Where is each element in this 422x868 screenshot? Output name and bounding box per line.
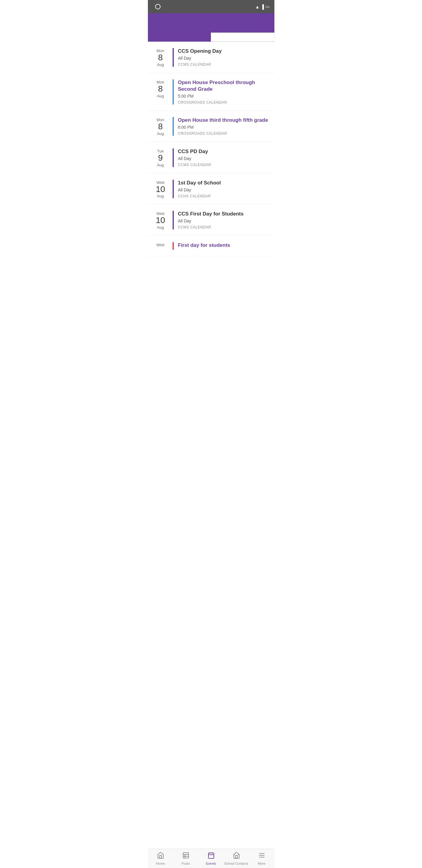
event-calendar: CCMS CALENDAR <box>178 163 269 167</box>
school-contacts-label: School Contacts <box>224 862 248 865</box>
event-color-bar <box>172 180 174 198</box>
event-calendar: CROSSROADS CALENDAR <box>178 131 269 135</box>
event-calendar: CCMS CALENDAR <box>178 62 269 67</box>
home-label: Home <box>156 862 165 865</box>
event-color-bar <box>172 79 174 104</box>
event-item[interactable]: Wed10AugCCS First Day for StudentsAll Da… <box>148 205 274 236</box>
event-color-bar <box>172 148 174 167</box>
status-bar: ▲ ▐ ▭ <box>148 0 274 13</box>
event-content: Open House third through fifth grade6:00… <box>178 117 269 136</box>
posts-icon <box>182 852 190 861</box>
event-title: Open House Preschool through Second Grad… <box>178 79 269 93</box>
event-calendar: CCMS CALENDAR <box>178 225 269 229</box>
wifi-icon: ▲ <box>255 4 260 9</box>
svg-rect-0 <box>183 852 189 858</box>
event-content: CCS First Day for StudentsAll DayCCMS CA… <box>178 211 269 230</box>
event-time: 6:00 PM <box>178 125 269 130</box>
more-label: More <box>258 862 265 865</box>
signal-icon: ▐ <box>261 4 264 9</box>
events-list: Mon8AugCCS Opening DayAll DayCCMS CALEND… <box>148 42 274 854</box>
event-item[interactable]: Mon8AugCCS Opening DayAll DayCCMS CALEND… <box>148 42 274 73</box>
tab-upcoming-events[interactable] <box>148 33 211 41</box>
event-content: Open House Preschool through Second Grad… <box>178 79 269 104</box>
event-content: First day for students <box>178 242 269 250</box>
event-date: Wed <box>153 242 168 250</box>
event-content: CCS PD DayAll DayCCMS CALENDAR <box>178 148 269 167</box>
status-icon-circle <box>155 4 161 9</box>
event-item[interactable]: Tue9AugCCS PD DayAll DayCCMS CALENDAR <box>148 142 274 174</box>
nav-item-more[interactable]: More <box>249 849 274 868</box>
event-calendar: CROSSROADS CALENDAR <box>178 100 269 104</box>
nav-item-events[interactable]: Events <box>198 849 224 868</box>
event-time: 5:00 PM <box>178 94 269 98</box>
nav-item-school-contacts[interactable]: School Contacts <box>224 849 249 868</box>
event-time: All Day <box>178 187 269 192</box>
event-title: 1st Day of School <box>178 180 269 186</box>
events-icon <box>207 852 215 861</box>
event-date: Wed10Aug <box>153 211 168 230</box>
home-icon <box>157 852 164 861</box>
event-title: CCS PD Day <box>178 148 269 155</box>
svg-rect-4 <box>208 853 214 858</box>
event-content: CCS Opening DayAll DayCCMS CALENDAR <box>178 48 269 67</box>
tab-bar <box>148 33 274 42</box>
bottom-nav: Home Posts Events School Contacts More <box>148 849 274 868</box>
event-title: CCS Opening Day <box>178 48 269 55</box>
events-label: Events <box>206 862 216 865</box>
event-time: All Day <box>178 218 269 223</box>
tab-past-events[interactable] <box>211 33 274 41</box>
event-date: Mon8Aug <box>153 117 168 136</box>
event-date: Mon8Aug <box>153 48 168 67</box>
event-item[interactable]: Wed10Aug1st Day of SchoolAll DayCCHS CAL… <box>148 174 274 205</box>
event-calendar: CCHS CALENDAR <box>178 194 269 198</box>
event-color-bar <box>172 211 174 230</box>
event-color-bar <box>172 117 174 136</box>
event-title: CCS First Day for Students <box>178 211 269 217</box>
event-item[interactable]: WedFirst day for students <box>148 236 274 256</box>
more-icon <box>258 852 265 861</box>
event-date: Tue9Aug <box>153 148 168 167</box>
event-item[interactable]: Mon8AugOpen House Preschool through Seco… <box>148 73 274 111</box>
header <box>148 13 274 33</box>
event-time: All Day <box>178 156 269 161</box>
event-date: Mon8Aug <box>153 79 168 104</box>
battery-icon: ▭ <box>265 4 269 9</box>
event-time: All Day <box>178 56 269 61</box>
event-item[interactable]: Mon8AugOpen House third through fifth gr… <box>148 111 274 142</box>
posts-label: Posts <box>182 862 190 865</box>
svg-rect-8 <box>235 855 237 858</box>
event-content: 1st Day of SchoolAll DayCCHS CALENDAR <box>178 180 269 198</box>
event-title: Open House third through fifth grade <box>178 117 269 124</box>
school-contacts-icon <box>233 852 240 861</box>
nav-item-home[interactable]: Home <box>148 849 173 868</box>
nav-item-posts[interactable]: Posts <box>173 849 198 868</box>
event-date: Wed10Aug <box>153 180 168 198</box>
event-title: First day for students <box>178 242 269 249</box>
event-color-bar <box>172 242 174 250</box>
event-color-bar <box>172 48 174 67</box>
